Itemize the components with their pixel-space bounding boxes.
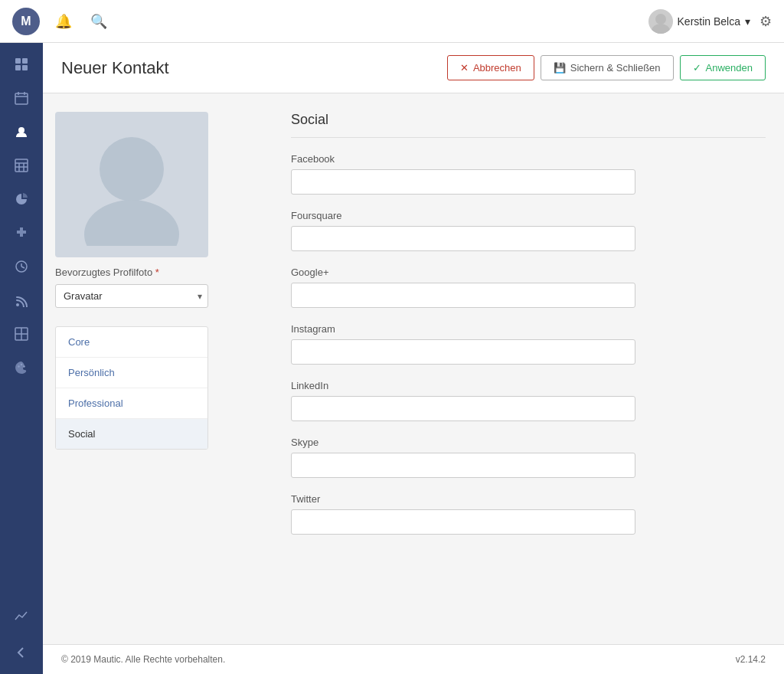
svg-point-1 [652,24,670,34]
user-name: Kerstin Belca [678,15,740,28]
settings-icon[interactable]: ⚙ [760,13,772,30]
svg-rect-6 [15,93,28,104]
foursquare-input[interactable] [291,226,635,251]
save-close-button[interactable]: 💾 Sichern & Schließen [541,55,674,80]
user-menu[interactable]: Kerstin Belca ▾ [648,9,750,34]
avatar-container [55,112,208,257]
logo-button[interactable]: M [12,8,40,35]
sidebar-item-dashboard[interactable] [6,49,37,80]
twitter-group: Twitter [291,493,766,535]
user-dropdown-icon: ▾ [745,15,750,28]
sidebar-collapse-button[interactable] [6,637,37,668]
twitter-label: Twitter [291,493,766,505]
sidebar-item-calendar[interactable] [6,83,37,113]
sidebar-item-feed[interactable] [6,285,37,316]
right-panel: Social Facebook Foursquare Google+ Insta… [273,93,784,644]
tab-social[interactable]: Social [56,419,207,449]
sidebar-item-contacts[interactable] [6,116,37,147]
svg-rect-4 [15,65,21,70]
save-icon: 💾 [554,62,566,74]
page-title: Neuer Kontakt [61,58,169,78]
skype-input[interactable] [291,453,635,478]
header-actions: ✕ Abbrechen 💾 Sichern & Schließen ✓ Anwe… [447,55,766,80]
facebook-group: Facebook [291,153,766,195]
footer: © 2019 Mautic. Alle Rechte vorbehalten. … [43,644,784,674]
topbar-left: M 🔔 🔍 [12,8,110,35]
app-body: Neuer Kontakt ✕ Abbrechen 💾 Sichern & Sc… [0,43,784,674]
gravatar-select[interactable]: Gravatar Upload Twitter Facebook [55,284,208,308]
instagram-input[interactable] [291,339,635,365]
foursquare-label: Foursquare [291,210,766,221]
linkedin-input[interactable] [291,396,635,421]
svg-point-25 [23,365,24,367]
sidebar-item-clock[interactable] [6,251,37,282]
skype-label: Skype [291,437,766,448]
left-panel: Bevorzugtes Profilfoto * Gravatar Upload… [43,93,273,644]
tab-professional[interactable]: Professional [56,388,207,419]
linkedin-label: LinkedIn [291,380,766,391]
apply-button[interactable]: ✓ Anwenden [680,55,766,80]
svg-point-27 [84,200,179,246]
sidebar [0,43,43,674]
version-text: v2.14.2 [736,654,766,665]
sidebar-item-plugins[interactable] [6,218,37,248]
instagram-label: Instagram [291,323,766,335]
search-icon[interactable]: 🔍 [87,10,110,33]
facebook-input[interactable] [291,169,635,195]
svg-rect-11 [15,159,28,172]
svg-point-26 [100,137,164,201]
svg-line-18 [21,267,24,268]
social-section-title: Social [291,112,766,138]
topbar: M 🔔 🔍 Kerstin Belca ▾ ⚙ [0,0,784,43]
svg-rect-2 [15,58,21,64]
skype-group: Skype [291,437,766,478]
googleplus-input[interactable] [291,283,635,308]
instagram-group: Instagram [291,323,766,365]
copyright-text: © 2019 Mautic. Alle Rechte vorbehalten. [61,654,225,665]
page-header: Neuer Kontakt ✕ Abbrechen 💾 Sichern & Sc… [43,43,784,93]
svg-point-0 [655,14,666,25]
svg-rect-5 [22,65,28,70]
nav-tabs: Core Persönlich Professional Social [55,326,208,450]
notification-icon[interactable]: 🔔 [52,10,75,33]
cancel-button[interactable]: ✕ Abbrechen [447,55,534,80]
svg-point-10 [18,127,24,133]
sidebar-item-analytics[interactable] [6,600,37,631]
content-area: Neuer Kontakt ✕ Abbrechen 💾 Sichern & Sc… [43,43,784,674]
svg-point-23 [18,365,19,367]
avatar-placeholder [70,123,193,246]
profile-photo-label: Bevorzugtes Profilfoto * [55,267,260,278]
tab-personal[interactable]: Persönlich [56,358,207,388]
sidebar-item-palette[interactable] [6,352,37,383]
user-avatar [648,9,673,34]
cancel-icon: ✕ [460,62,469,74]
googleplus-label: Google+ [291,267,766,278]
foursquare-group: Foursquare [291,210,766,251]
gravatar-select-wrapper: Gravatar Upload Twitter Facebook ▾ [55,284,208,308]
linkedin-group: LinkedIn [291,380,766,421]
sidebar-item-grid[interactable] [6,319,37,349]
svg-point-24 [21,364,22,365]
sidebar-item-chart[interactable] [6,184,37,214]
sidebar-item-table[interactable] [6,150,37,181]
facebook-label: Facebook [291,153,766,165]
apply-icon: ✓ [693,62,701,74]
main-content: Bevorzugtes Profilfoto * Gravatar Upload… [43,93,784,644]
googleplus-group: Google+ [291,267,766,308]
topbar-right: Kerstin Belca ▾ ⚙ [648,9,772,34]
required-star: * [155,267,159,278]
svg-point-19 [16,303,19,306]
svg-rect-3 [22,58,28,64]
twitter-input[interactable] [291,509,635,535]
tab-core[interactable]: Core [56,327,207,358]
